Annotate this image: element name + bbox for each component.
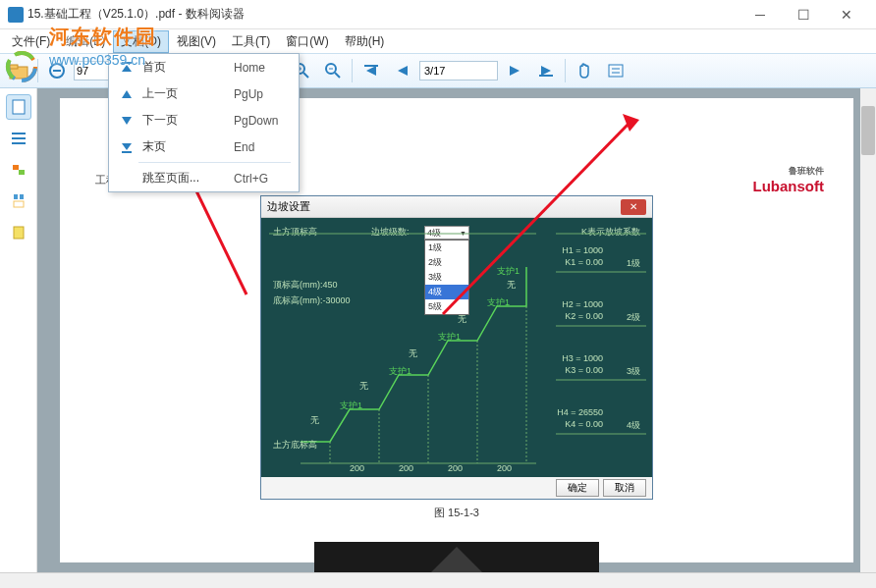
- sidebar-layers-button[interactable]: [6, 188, 31, 214]
- toolbar-separator: [352, 59, 353, 82]
- svg-rect-36: [14, 227, 24, 239]
- menu-tools[interactable]: 工具(T): [224, 30, 278, 53]
- scrollbar-thumb[interactable]: [861, 106, 875, 155]
- page-input[interactable]: [419, 61, 498, 80]
- step-zhihu: 支护1: [438, 331, 461, 344]
- svg-rect-4: [10, 65, 18, 69]
- bottom-dim: 200: [448, 463, 463, 473]
- svg-line-38: [443, 123, 630, 314]
- svg-rect-34: [20, 194, 24, 199]
- menu-help[interactable]: 帮助(H): [337, 30, 393, 53]
- statusbar: [0, 572, 876, 588]
- svg-rect-27: [13, 100, 25, 114]
- toolbar-separator: [565, 59, 566, 82]
- hand-tool-button[interactable]: [570, 57, 599, 84]
- window-titlebar: 15.基础工程（V25.1.0）.pdf - 数科阅读器 ─ ☐ ✕: [0, 0, 876, 29]
- vertical-scrollbar[interactable]: [860, 88, 876, 572]
- menu-next-page[interactable]: 下一页 PgDown: [109, 107, 299, 134]
- svg-rect-35: [14, 201, 24, 207]
- menu-prev-page[interactable]: 上一页 PgUp: [109, 80, 299, 107]
- svg-rect-22: [609, 65, 623, 77]
- bottom-dim: 200: [399, 463, 413, 473]
- toolbar-separator: [37, 59, 38, 82]
- step-zhihu: 支护1: [389, 365, 411, 378]
- bottom-dim: 200: [497, 463, 512, 473]
- step-wu: 无: [359, 380, 368, 393]
- dark-image-strip: [314, 542, 599, 572]
- ok-button[interactable]: 确定: [556, 479, 599, 497]
- last-page-button[interactable]: [531, 57, 561, 84]
- menu-goto-page[interactable]: 跳至页面... Ctrl+G: [109, 165, 299, 191]
- svg-rect-31: [13, 165, 19, 170]
- menu-view[interactable]: 视图(V): [169, 30, 224, 53]
- sidebar: [0, 88, 37, 572]
- level-h3: H3 = 1000: [562, 353, 603, 363]
- bottom-dim: 200: [350, 463, 364, 473]
- menu-window[interactable]: 窗口(W): [278, 30, 336, 53]
- prev-page-button[interactable]: [388, 57, 417, 84]
- svg-rect-32: [19, 170, 25, 175]
- cancel-button[interactable]: 取消: [603, 479, 646, 497]
- step-wu: 无: [409, 347, 417, 360]
- menu-edit[interactable]: 编辑(E): [58, 30, 113, 53]
- svg-rect-33: [14, 194, 18, 199]
- svg-line-14: [303, 73, 308, 78]
- figure-caption: 图 15-1-3: [76, 506, 838, 520]
- sidebar-attachment-button[interactable]: [6, 157, 31, 183]
- search-zoom-out-button[interactable]: [318, 57, 348, 84]
- app-icon: [8, 7, 24, 23]
- maximize-button[interactable]: ☐: [782, 1, 825, 28]
- level-lv4: 4级: [627, 419, 640, 432]
- menu-last-page[interactable]: 末页 End: [109, 134, 299, 160]
- zoom-out-button[interactable]: [42, 57, 72, 84]
- menu-document[interactable]: 文档(D): [113, 30, 169, 53]
- annotation-arrow-right: [433, 108, 649, 324]
- sidebar-outline-button[interactable]: [6, 126, 31, 151]
- step-zhihu: 支护1: [340, 400, 362, 412]
- next-page-button[interactable]: [500, 57, 529, 84]
- bottom-label: 土方底标高: [273, 439, 317, 452]
- brand-logo: 鲁班软件 Lubansoft: [753, 165, 825, 194]
- document-menu-dropdown: 首页 Home 上一页 PgUp 下一页 PgDown 末页 End 跳至页面.…: [108, 53, 300, 192]
- sidebar-bookmark-button[interactable]: [6, 220, 31, 245]
- menubar: 文件(F) 编辑(E) 文档(D) 视图(V) 工具(T) 窗口(W) 帮助(H…: [0, 29, 876, 53]
- minimize-button[interactable]: ─: [739, 1, 782, 28]
- menu-file[interactable]: 文件(F): [4, 30, 58, 53]
- level-k4: K4 = 0.00: [565, 419, 603, 429]
- window-title: 15.基础工程（V25.1.0）.pdf - 数科阅读器: [27, 6, 245, 23]
- level-h4: H4 = 26550: [557, 407, 603, 417]
- next-page-icon: [115, 115, 138, 127]
- first-page-icon: [115, 62, 138, 74]
- level-lv3: 3级: [627, 365, 640, 378]
- level-k3: K3 = 0.00: [565, 365, 603, 375]
- last-page-icon: [115, 141, 138, 153]
- svg-line-18: [335, 73, 340, 78]
- sidebar-thumbnail-button[interactable]: [6, 94, 31, 120]
- open-button[interactable]: [4, 57, 33, 84]
- prev-page-icon: [115, 88, 138, 100]
- text-select-button[interactable]: [601, 57, 630, 84]
- menu-separator: [138, 162, 291, 163]
- dialog-title-text: 边坡设置: [267, 199, 310, 214]
- first-page-button[interactable]: [356, 57, 386, 84]
- menu-first-page[interactable]: 首页 Home: [109, 54, 299, 80]
- step-wu: 无: [310, 414, 319, 427]
- close-button[interactable]: ✕: [825, 1, 868, 28]
